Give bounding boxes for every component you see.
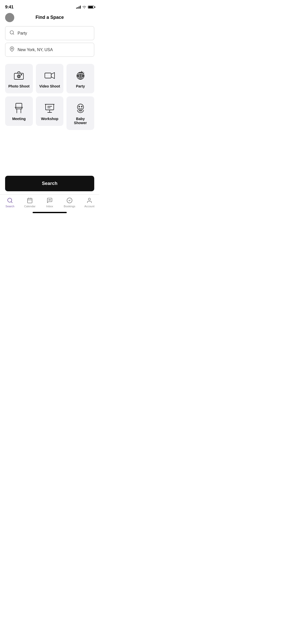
query-value: Party	[18, 31, 27, 36]
camera-icon	[13, 70, 24, 81]
home-indicator	[0, 210, 99, 215]
svg-point-32	[49, 200, 49, 200]
nav-item-search[interactable]: Search	[2, 197, 18, 208]
search-fields: Party New York, NY, USA	[0, 24, 99, 59]
nav-item-account[interactable]: Account	[82, 197, 97, 208]
svg-rect-6	[21, 74, 22, 75]
location-pin-icon	[9, 47, 15, 53]
wifi-icon	[82, 6, 86, 9]
presentation-icon	[44, 103, 55, 114]
nav-label-account: Account	[84, 205, 94, 208]
svg-rect-28	[28, 198, 32, 203]
account-nav-icon	[86, 197, 93, 204]
svg-line-13	[82, 71, 82, 72]
svg-line-1	[13, 34, 14, 35]
nav-label-bookings: Bookings	[64, 205, 75, 208]
category-workshop-label: Workshop	[41, 117, 58, 121]
query-input[interactable]: Party	[5, 26, 94, 40]
svg-point-23	[77, 104, 84, 110]
status-time: 9:41	[5, 5, 13, 10]
svg-point-36	[88, 198, 90, 200]
category-photo-shoot[interactable]: Photo Shoot	[5, 64, 33, 93]
nav-label-inbox: Inbox	[46, 205, 53, 208]
search-button[interactable]: Search	[5, 176, 94, 191]
bookings-nav-icon	[66, 197, 73, 204]
svg-point-33	[49, 200, 50, 200]
calendar-nav-icon	[26, 197, 33, 204]
svg-line-27	[11, 202, 12, 203]
video-camera-icon	[44, 70, 55, 81]
page-header: Find a Space	[0, 12, 99, 24]
battery-icon	[88, 6, 94, 9]
category-video-shoot-label: Video Shoot	[39, 84, 60, 88]
category-workshop[interactable]: Workshop	[36, 96, 64, 126]
svg-point-2	[11, 48, 13, 49]
search-nav-icon	[7, 197, 13, 204]
svg-rect-3	[14, 73, 23, 79]
category-baby-shower-label: Baby Shower	[70, 117, 91, 125]
disco-ball-icon	[75, 70, 86, 81]
category-photo-shoot-label: Photo Shoot	[8, 84, 30, 88]
svg-point-24	[79, 106, 80, 107]
category-party-label: Party	[76, 84, 85, 88]
inbox-nav-icon	[46, 197, 53, 204]
svg-rect-17	[46, 104, 54, 110]
category-grid: Photo Shoot Video Shoot	[0, 59, 99, 135]
home-bar	[33, 212, 67, 213]
nav-label-search: Search	[6, 205, 15, 208]
category-baby-shower[interactable]: Baby Shower	[66, 96, 94, 130]
svg-rect-16	[16, 103, 22, 107]
nav-item-calendar[interactable]: Calendar	[22, 197, 37, 208]
search-icon	[9, 30, 15, 36]
chair-icon	[13, 103, 24, 114]
bottom-nav: Search Calendar	[0, 194, 99, 210]
svg-point-34	[50, 200, 51, 200]
nav-item-inbox[interactable]: Inbox	[42, 197, 57, 208]
category-party[interactable]: Party	[66, 64, 94, 93]
svg-line-14	[83, 72, 83, 73]
category-meeting-label: Meeting	[12, 117, 26, 121]
page-title: Find a Space	[35, 15, 64, 20]
location-value: New York, NY, USA	[18, 48, 53, 52]
search-button-container: Search	[0, 171, 99, 194]
svg-rect-7	[45, 73, 51, 78]
nav-label-calendar: Calendar	[24, 205, 36, 208]
avatar[interactable]	[5, 13, 14, 22]
status-icons	[76, 6, 94, 9]
svg-point-25	[81, 106, 82, 107]
status-bar: 9:41	[0, 0, 99, 12]
svg-point-5	[18, 76, 20, 77]
category-video-shoot[interactable]: Video Shoot	[36, 64, 64, 93]
signal-icon	[76, 6, 81, 9]
category-meeting[interactable]: Meeting	[5, 96, 33, 126]
svg-line-15	[83, 73, 84, 73]
svg-point-4	[17, 75, 20, 78]
baby-icon	[75, 103, 86, 114]
location-input[interactable]: New York, NY, USA	[5, 43, 94, 57]
nav-item-bookings[interactable]: Bookings	[62, 197, 77, 208]
